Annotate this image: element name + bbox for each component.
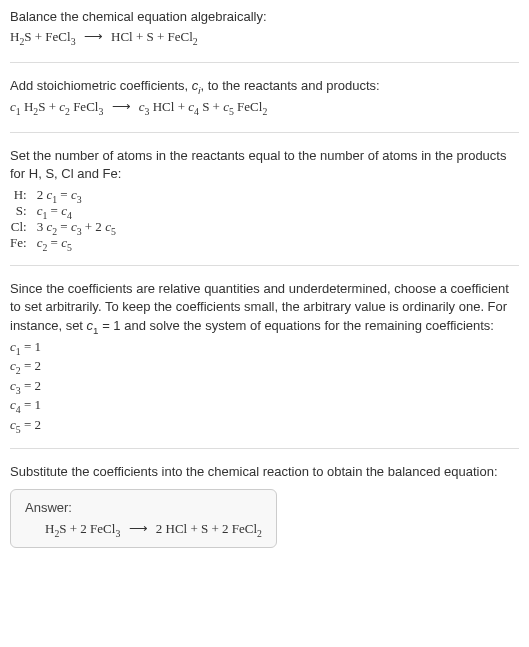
atom-label: Cl: xyxy=(10,219,37,235)
coefficient-value: c4 = 1 xyxy=(10,395,519,415)
answer-label: Answer: xyxy=(25,500,262,515)
instruction-text: Since the coefficients are relative quan… xyxy=(10,280,519,335)
atom-row: Fe: c2 = c5 xyxy=(10,235,116,251)
instruction-text: Substitute the coefficients into the che… xyxy=(10,463,519,481)
atom-row: Cl: 3 c2 = c3 + 2 c5 xyxy=(10,219,116,235)
coefficient-equation: c1 H2S + c2 FeCl3 ⟶ c3 HCl + c4 S + c5 F… xyxy=(10,98,519,116)
atom-label: Fe: xyxy=(10,235,37,251)
atom-equation: c1 = c4 xyxy=(37,203,116,219)
coefficient-value: c2 = 2 xyxy=(10,356,519,376)
section-answer: Substitute the coefficients into the che… xyxy=(10,463,519,562)
atom-row: H: 2 c1 = c3 xyxy=(10,187,116,203)
instruction-text: Balance the chemical equation algebraica… xyxy=(10,8,519,26)
balanced-equation: H2S + 2 FeCl3 ⟶ 2 HCl + S + 2 FeCl2 xyxy=(25,521,262,537)
section-stoichiometric: Add stoichiometric coefficients, ci, to … xyxy=(10,77,519,132)
instruction-text: Set the number of atoms in the reactants… xyxy=(10,147,519,183)
unbalanced-equation: H2S + FeCl3 ⟶ HCl + S + FeCl2 xyxy=(10,28,519,46)
coefficient-value: c3 = 2 xyxy=(10,376,519,396)
coefficient-value: c5 = 2 xyxy=(10,415,519,435)
answer-box: Answer: H2S + 2 FeCl3 ⟶ 2 HCl + S + 2 Fe… xyxy=(10,489,277,548)
atom-row: S: c1 = c4 xyxy=(10,203,116,219)
atom-equation: 3 c2 = c3 + 2 c5 xyxy=(37,219,116,235)
section-atom-equations: Set the number of atoms in the reactants… xyxy=(10,147,519,266)
coefficient-value: c1 = 1 xyxy=(10,337,519,357)
atom-label: H: xyxy=(10,187,37,203)
section-balance-instruction: Balance the chemical equation algebraica… xyxy=(10,8,519,63)
atom-equation: 2 c1 = c3 xyxy=(37,187,116,203)
coefficient-list: c1 = 1 c2 = 2 c3 = 2 c4 = 1 c5 = 2 xyxy=(10,337,519,435)
atom-label: S: xyxy=(10,203,37,219)
atom-equation: c2 = c5 xyxy=(37,235,116,251)
instruction-text: Add stoichiometric coefficients, ci, to … xyxy=(10,77,519,95)
atom-equation-table: H: 2 c1 = c3 S: c1 = c4 Cl: 3 c2 = c3 + … xyxy=(10,187,116,251)
section-solve-coefficients: Since the coefficients are relative quan… xyxy=(10,280,519,449)
